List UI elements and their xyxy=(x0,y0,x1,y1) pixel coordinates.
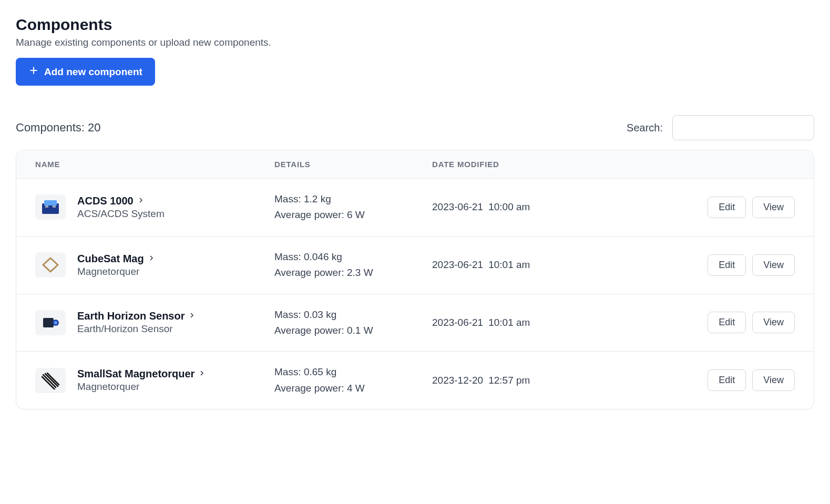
view-button[interactable]: View xyxy=(752,254,795,276)
component-name: Earth Horizon Sensor xyxy=(77,310,185,322)
search-label: Search: xyxy=(627,122,663,134)
component-name-link[interactable]: Earth Horizon Sensor xyxy=(77,310,196,322)
svg-rect-1 xyxy=(44,200,57,205)
component-thumbnail-icon xyxy=(35,310,66,335)
column-name: NAME xyxy=(35,160,274,169)
add-component-label: Add new component xyxy=(44,66,142,78)
edit-button[interactable]: Edit xyxy=(708,369,746,391)
component-date-modified: 2023-06-2110:01 am xyxy=(432,259,679,271)
component-name: CubeSat Mag xyxy=(77,253,144,265)
edit-button[interactable]: Edit xyxy=(708,312,746,333)
chevron-right-icon xyxy=(137,195,145,207)
add-component-button[interactable]: Add new component xyxy=(16,58,155,86)
component-date-modified: 2023-06-2110:01 am xyxy=(432,317,679,328)
chevron-right-icon xyxy=(188,310,196,322)
components-count: Components: 20 xyxy=(16,121,100,135)
component-category: Magnetorquer xyxy=(77,381,206,393)
svg-line-7 xyxy=(43,375,56,387)
component-name-link[interactable]: CubeSat Mag xyxy=(77,253,156,265)
component-name-link[interactable]: SmallSat Magnetorquer xyxy=(77,368,206,380)
svg-rect-3 xyxy=(53,205,56,208)
page-subtitle: Manage existing components or upload new… xyxy=(16,37,814,48)
component-power: Average power: 6 W xyxy=(274,207,432,223)
table-row: SmallSat Magnetorquer Magnetorquer Mass:… xyxy=(16,352,814,409)
edit-button[interactable]: Edit xyxy=(708,254,746,276)
svg-point-6 xyxy=(54,321,57,324)
edit-button[interactable]: Edit xyxy=(708,197,746,218)
table-row: CubeSat Mag Magnetorquer Mass: 0.046 kg … xyxy=(16,236,814,294)
component-name-link[interactable]: ACDS 1000 xyxy=(77,195,165,207)
svg-rect-4 xyxy=(43,318,54,327)
component-mass: Mass: 0.046 kg xyxy=(274,249,432,265)
view-button[interactable]: View xyxy=(752,197,795,218)
chevron-right-icon xyxy=(147,253,156,265)
component-power: Average power: 4 W xyxy=(274,380,432,396)
component-thumbnail-icon xyxy=(35,252,66,277)
component-category: Earth/Horizon Sensor xyxy=(77,323,196,335)
svg-rect-2 xyxy=(45,205,48,208)
table-row: Earth Horizon Sensor Earth/Horizon Senso… xyxy=(16,294,814,352)
column-details: DETAILS xyxy=(274,160,432,169)
component-mass: Mass: 1.2 kg xyxy=(274,191,432,207)
component-date-modified: 2023-12-2012:57 pm xyxy=(432,375,679,386)
search-input[interactable] xyxy=(672,115,814,140)
component-category: ACS/ACDS System xyxy=(77,208,165,220)
component-mass: Mass: 0.65 kg xyxy=(274,364,432,380)
component-power: Average power: 0.1 W xyxy=(274,323,432,338)
component-name: ACDS 1000 xyxy=(77,195,134,207)
component-thumbnail-icon xyxy=(35,368,66,393)
component-category: Magnetorquer xyxy=(77,266,156,277)
component-name: SmallSat Magnetorquer xyxy=(77,368,194,380)
chevron-right-icon xyxy=(198,368,206,380)
view-button[interactable]: View xyxy=(752,312,795,333)
view-button[interactable]: View xyxy=(752,369,795,391)
svg-line-8 xyxy=(45,374,58,386)
plus-icon xyxy=(28,65,39,78)
component-power: Average power: 2.3 W xyxy=(274,265,432,281)
component-thumbnail-icon xyxy=(35,194,66,220)
column-date: DATE MODIFIED xyxy=(432,160,679,169)
components-table: NAME DETAILS DATE MODIFIED ACDS 1000 ACS… xyxy=(16,150,814,409)
column-actions xyxy=(679,160,795,169)
component-mass: Mass: 0.03 kg xyxy=(274,307,432,323)
page-title: Components xyxy=(16,16,814,34)
table-row: ACDS 1000 ACS/ACDS System Mass: 1.2 kg A… xyxy=(16,179,814,236)
table-header: NAME DETAILS DATE MODIFIED xyxy=(16,150,814,179)
component-date-modified: 2023-06-2110:00 am xyxy=(432,201,679,213)
